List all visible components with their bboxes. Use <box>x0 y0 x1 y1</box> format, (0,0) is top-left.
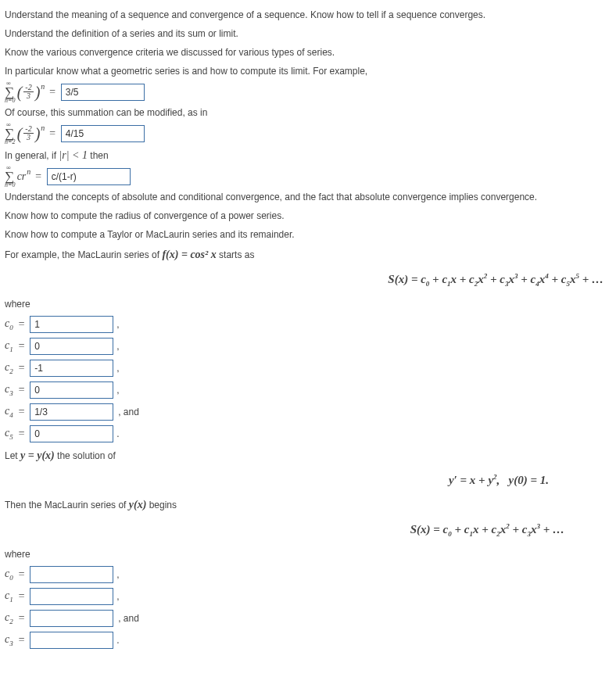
intro-p3: Know the various convergence criteria we… <box>5 45 611 59</box>
geom-series-2: ∑∞n=2 (-23)n = <box>5 124 611 142</box>
c3-input-2[interactable] <box>30 632 113 649</box>
c2-input-1[interactable] <box>30 360 113 377</box>
geom3-input[interactable] <box>47 168 131 185</box>
series1-display: S(x) = c0 + c1x + c2x2 + c3x3 + c4x4 + c… <box>5 272 611 288</box>
p7: Understand the concepts of absolute and … <box>5 190 611 204</box>
p10: For example, the MacLaurin series of f(x… <box>5 246 611 263</box>
p8: Know how to compute the radius of conver… <box>5 209 611 223</box>
series2-display: S(x) = c0 + c1x + c2x2 + c3x3 + … <box>5 522 611 538</box>
c3-input-1[interactable] <box>30 381 113 399</box>
c5-input-1[interactable] <box>30 425 113 442</box>
c0-input-1[interactable] <box>30 316 113 333</box>
intro-p4: In particular know what a geometric seri… <box>5 64 611 78</box>
where2: where <box>5 547 611 561</box>
p12: Then the MacLaurin series of y(x) begins <box>5 496 611 513</box>
c0-input-2[interactable] <box>30 566 113 583</box>
c1-input-2[interactable] <box>30 588 113 605</box>
c2-input-2[interactable] <box>30 610 113 627</box>
geom-series-3: ∑∞n=0 crn = <box>5 168 611 185</box>
intro-p1: Understand the meaning of a sequence and… <box>5 8 611 22</box>
p6: In general, if |r| < 1 then <box>5 147 611 163</box>
ode-display: y′ = x + y2, y(0) = 1. <box>5 473 611 487</box>
c4-input-1[interactable] <box>30 403 113 421</box>
intro-p2: Understand the definition of a series an… <box>5 27 611 41</box>
p5: Of course, this summation can be modifie… <box>5 106 611 120</box>
geom-series-1: ∑∞n=0 (-23)n = <box>5 83 611 101</box>
geom2-input[interactable] <box>61 125 145 142</box>
p11: Let y = y(x) the solution of <box>5 447 611 464</box>
geom1-input[interactable] <box>61 84 145 101</box>
p9: Know how to compute a Taylor or MacLauri… <box>5 227 611 242</box>
c1-input-1[interactable] <box>30 338 113 355</box>
where1: where <box>5 297 611 311</box>
